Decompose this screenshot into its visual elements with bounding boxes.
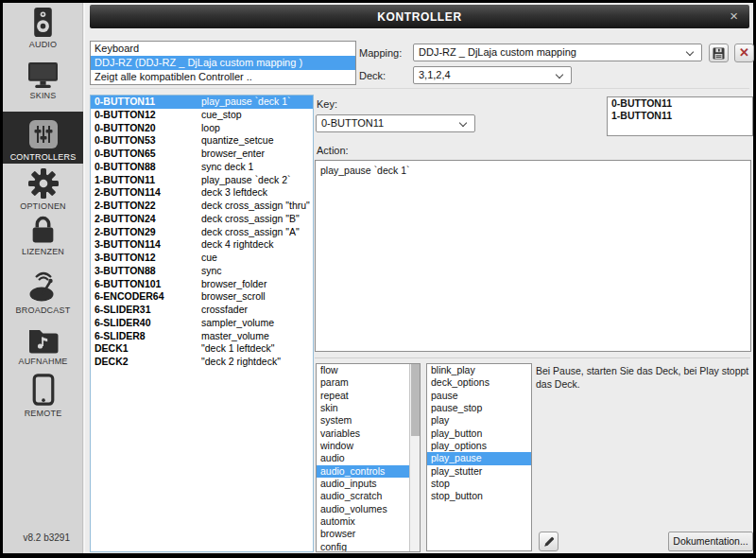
key-name: 0-BUTTON65 [94,148,156,161]
key-action: sampler_volume [201,317,274,330]
key-mapping-row[interactable]: DECK2"deck 2 rightdeck" [91,356,313,369]
key-mapping-row[interactable]: 6-BUTTON101browser_folder [91,278,313,291]
action-item[interactable]: play_stutter [427,465,531,478]
category-item[interactable]: audio_volumes [317,503,409,515]
key-mapping-row[interactable]: 6-SLIDER8master_volume [91,330,313,343]
key-mapping-row[interactable]: 3-BUTTON12cue [91,252,313,265]
sidebar-item-remote[interactable]: REMOTE [3,374,83,423]
controller-list-item[interactable]: DDJ-RZ (DDJ-RZ _ DjLaja custom mapping ) [91,56,355,70]
delete-icon: ✕ [739,47,749,59]
pencil-icon [542,535,555,548]
deck-select[interactable]: 3,1,2,4 [413,66,572,84]
action-item[interactable]: play_options [427,440,531,452]
key-mapping-row[interactable]: 1-BUTTON11play_pause `deck 2` [91,174,313,187]
key-mapping-row[interactable]: 0-BUTTON65browser_enter [91,148,313,161]
key-action: browser_enter [201,148,265,161]
key-action: cue_stop [201,109,242,122]
sidebar-item-audio[interactable]: AUDIO [3,8,83,57]
action-item[interactable]: deck_options [427,376,531,389]
category-item[interactable]: audio_controls [317,465,409,478]
edit-action-button[interactable] [539,532,558,551]
sidebar-item-label: AUDIO [3,40,83,49]
speaker-icon [31,8,55,37]
category-item[interactable]: audio_scratch [317,490,409,502]
key-action: sync deck 1 [201,161,253,174]
key-mapping-row[interactable]: 0-BUTTON12cue_stop [91,109,313,122]
key-variants-list: 0-BUTTON111-BUTTON11 [607,96,753,136]
category-item[interactable]: variables [317,427,409,440]
category-item[interactable]: audio [317,452,409,464]
key-mapping-row[interactable]: 2-BUTTON114deck 3 leftdeck [91,186,313,200]
key-mapping-row[interactable]: 0-BUTTON20loop [91,122,313,135]
key-mapping-row[interactable]: DECK1"deck 1 leftdeck" [91,342,313,356]
action-item[interactable]: pause [427,390,531,402]
controller-list-item[interactable]: Keyboard [91,42,355,56]
action-script: play_pause `deck 1` [320,165,410,176]
category-item[interactable]: repeat [317,390,409,402]
sidebar-item-lizenzen[interactable]: LIZENZEN [3,215,83,258]
close-icon[interactable]: × [730,8,738,25]
top-separator [90,88,749,89]
sidebar-item-label: BROADCAST [3,305,83,315]
category-item[interactable]: automix [317,515,409,528]
save-icon [713,47,725,60]
category-item[interactable]: browser [317,528,409,540]
sidebar-item-broadcast[interactable]: BROADCAST [3,268,83,315]
documentation-button[interactable]: Dokumentation... [668,532,753,551]
key-mapping-list: 0-BUTTON11play_pause `deck 1`0-BUTTON12c… [90,95,314,552]
category-item[interactable]: config [317,541,409,552]
key-name: 6-BUTTON101 [94,278,161,291]
key-action: deck 3 leftdeck [201,186,267,200]
key-variant-item[interactable]: 0-BUTTON11 [608,97,752,110]
key-mapping-row[interactable]: 2-BUTTON22deck cross_assign "thru" [91,200,313,213]
key-mapping-row[interactable]: 0-BUTTON88sync deck 1 [91,161,313,174]
key-mapping-row[interactable]: 3-BUTTON88sync [91,265,313,278]
delete-mapping-button[interactable]: ✕ [734,44,754,62]
save-mapping-button[interactable] [709,44,729,62]
key-mapping-row[interactable]: 0-BUTTON53quantize_setcue [91,134,313,148]
key-mapping-row[interactable]: 2-BUTTON24deck cross_assign "B" [91,213,313,226]
key-mapping-row[interactable]: 3-BUTTON114deck 4 rightdeck [91,238,313,252]
action-item[interactable]: blink_play [427,364,531,376]
key-name: 3-BUTTON88 [94,265,156,278]
action-item[interactable]: pause_stop [427,402,531,414]
category-item[interactable]: flow [317,364,409,376]
sidebar-item-controllers[interactable]: CONTROLLERS [3,112,83,164]
sidebar-item-label: SKINS [3,91,83,100]
action-item[interactable]: play [427,414,531,427]
monitor-icon [28,62,58,88]
category-item[interactable]: audio_inputs [317,478,409,490]
key-name: 6-SLIDER31 [94,304,151,317]
key-mapping-row[interactable]: 6-SLIDER40sampler_volume [91,317,313,330]
category-item[interactable]: skin [317,402,409,414]
key-name: 6-SLIDER40 [94,317,151,330]
key-name: 3-BUTTON12 [94,252,156,265]
key-name: 6-ENCODER64 [94,290,164,304]
sidebar-item-aufnahme[interactable]: AUFNAHME [3,326,83,372]
action-item[interactable]: stop [427,478,531,490]
action-item[interactable]: play_pause [427,452,531,464]
scrollbar-thumb[interactable] [411,364,420,436]
category-item[interactable]: param [317,376,409,389]
key-select[interactable]: 0-BUTTON11 [316,114,475,132]
category-item[interactable]: system [317,414,409,427]
key-action: master_volume [201,330,269,343]
key-name: 3-BUTTON114 [94,238,161,252]
controller-list-item[interactable]: Zeigt alle kompatiblen Controller .. [91,70,355,84]
sidebar-item-optionen[interactable]: OPTIONEN [3,168,83,212]
sidebar-item-skins[interactable]: SKINS [3,62,83,106]
action-item[interactable]: play_button [427,427,531,440]
category-item[interactable]: window [317,440,409,452]
key-action: browser_folder [201,278,266,291]
key-mapping-row[interactable]: 0-BUTTON11play_pause `deck 1` [91,96,313,109]
settings-window: AUDIO SKINS CONTROLLERS [3,3,753,553]
key-mapping-row[interactable]: 6-SLIDER31crossfader [91,304,313,317]
category-scrollbar[interactable] [409,364,420,551]
action-item[interactable]: stop_button [427,490,531,502]
key-mapping-row[interactable]: 6-ENCODER64browser_scroll [91,290,313,304]
action-textarea[interactable]: play_pause `deck 1` [315,160,751,352]
key-variant-item[interactable]: 1-BUTTON11 [608,110,752,122]
mapping-select[interactable]: DDJ-RZ _ DjLaja custom mapping [413,44,702,61]
key-mapping-row[interactable]: 2-BUTTON29deck cross_assign "A" [91,226,313,239]
mapping-label: Mapping: [359,47,402,59]
